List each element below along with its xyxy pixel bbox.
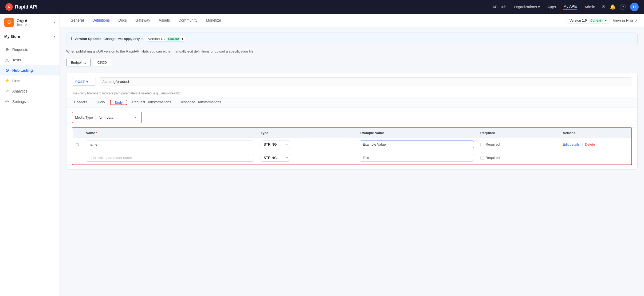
- example-value-input-1[interactable]: [360, 141, 474, 148]
- api-description: When publishing an API version to the Ra…: [66, 49, 638, 53]
- tab-assets[interactable]: Assets: [154, 14, 174, 27]
- sidebar-label-lints: Lints: [12, 79, 20, 83]
- col-header-drag: [73, 128, 83, 138]
- media-type-selector[interactable]: form-data ▾: [96, 114, 138, 121]
- type-selector-2[interactable]: STRING ▾: [261, 154, 290, 162]
- type-select-2[interactable]: STRING: [261, 154, 290, 162]
- required-checkbox-1[interactable]: [480, 143, 484, 146]
- actions-row-1: Edit details | Delete: [563, 142, 628, 147]
- table-row: STRING ▾: [73, 151, 631, 165]
- nav-admin[interactable]: Admin: [584, 5, 595, 9]
- top-nav-icons: ✉ 🔔 ? U: [602, 3, 639, 11]
- required-label-2: Required: [486, 156, 500, 160]
- required-label-1: Required: [486, 142, 500, 146]
- sidebar-label-settings: Settings: [12, 99, 26, 104]
- type-selector-1[interactable]: STRING ▾: [261, 141, 290, 148]
- path-input[interactable]: [99, 77, 632, 86]
- user-avatar[interactable]: U: [630, 3, 639, 11]
- sidebar-item-analytics[interactable]: ↗ Analytics: [0, 86, 60, 96]
- nav-api-hub[interactable]: API Hub: [493, 5, 506, 9]
- col-header-type: Type: [257, 128, 356, 138]
- delete-button-1[interactable]: Delete: [585, 142, 595, 146]
- org-dropdown-chevron: ▾: [538, 5, 540, 9]
- current-tag: Current: [589, 19, 603, 22]
- type-cell-2: STRING ▾: [257, 151, 356, 165]
- nav-my-apis[interactable]: My APIs: [563, 4, 577, 10]
- media-type-select[interactable]: form-data: [96, 114, 138, 121]
- app-logo[interactable]: R Rapid API: [5, 3, 37, 11]
- tab-monetize[interactable]: Monetize: [202, 14, 225, 27]
- tab-gateway[interactable]: Gateway: [131, 14, 154, 27]
- content-area: General Definitions Docs Gateway Assets …: [60, 14, 644, 296]
- param-name-input-1[interactable]: [86, 141, 254, 148]
- body-tab-highlight-wrapper: Body: [110, 100, 128, 105]
- path-hint: Use {curly braces} to indicate path para…: [66, 90, 637, 97]
- request-transformations-tab[interactable]: Request Transformations: [128, 97, 175, 107]
- store-selector[interactable]: My Store ▾: [0, 31, 60, 42]
- logo-text: Rapid API: [15, 4, 37, 10]
- sidebar-item-tests[interactable]: △ Tests: [0, 55, 60, 65]
- external-link-icon: ↗: [634, 18, 638, 23]
- headers-tab[interactable]: Headers: [70, 97, 91, 107]
- lints-icon: ⚡: [4, 78, 10, 83]
- required-row-2: Required: [480, 156, 556, 160]
- top-nav-links: API Hub Organizations ▾ Apps My APIs Adm…: [493, 4, 595, 10]
- response-transformations-tab[interactable]: Response Transformations: [175, 97, 225, 107]
- query-tab[interactable]: Query: [91, 97, 109, 107]
- name-cell-2: [83, 151, 257, 165]
- col-header-name: Name*: [83, 128, 257, 138]
- media-type-label: Media Type: [75, 115, 93, 119]
- store-chevron-icon: ▾: [54, 35, 55, 38]
- type-cell-1: STRING ▾: [257, 138, 356, 151]
- endpoints-tab[interactable]: Endpoints: [66, 59, 91, 66]
- sidebar-label-tests: Tests: [12, 58, 21, 62]
- required-checkbox-2[interactable]: [480, 156, 484, 160]
- settings-icon: ✏: [4, 99, 10, 104]
- body-tab[interactable]: Body: [111, 98, 127, 107]
- cicd-tab[interactable]: CI/CD: [93, 59, 111, 66]
- org-team: Team A1: [17, 23, 51, 27]
- version-selector[interactable]: Version 1.0 Current ▾: [567, 17, 610, 24]
- help-icon[interactable]: ?: [620, 4, 626, 10]
- method-value: POST: [75, 80, 85, 84]
- org-info: Org A Team A1: [17, 18, 51, 27]
- example-cell-1: [356, 138, 477, 151]
- sidebar-item-lints[interactable]: ⚡ Lints: [0, 75, 60, 86]
- method-selector[interactable]: POST ▾: [72, 78, 96, 86]
- drag-handle-1[interactable]: ⇅: [76, 142, 79, 147]
- tab-general[interactable]: General: [66, 14, 88, 27]
- required-row-1: Required: [480, 142, 556, 146]
- type-select-1[interactable]: STRING: [261, 141, 290, 148]
- tab-community[interactable]: Community: [174, 14, 202, 27]
- version-notice-dropdown[interactable]: Version 1.0 Current ▾: [146, 36, 186, 42]
- notice-current-tag: Current: [167, 37, 180, 41]
- version-specific-label: Version Specific: [74, 37, 101, 41]
- param-name-input-2[interactable]: [86, 154, 254, 162]
- nav-organizations[interactable]: Organizations ▾: [514, 5, 540, 9]
- tab-bar-right: Version 1.0 Current ▾ View in Hub ↗: [567, 17, 638, 24]
- tests-icon: △: [4, 57, 10, 62]
- col-header-example: Example Value: [356, 128, 477, 138]
- drag-cell-1: ⇅: [73, 138, 83, 151]
- sidebar-item-settings[interactable]: ✏ Settings: [0, 96, 60, 107]
- tab-docs[interactable]: Docs: [114, 14, 131, 27]
- bell-icon[interactable]: 🔔: [610, 4, 616, 10]
- org-chevron-icon: ▾: [54, 21, 55, 24]
- sidebar-item-hub-listing[interactable]: ⊙ Hub Listing: [0, 65, 60, 75]
- sidebar-item-requests[interactable]: ⊕ Requests: [0, 44, 60, 55]
- method-path-row: POST ▾: [66, 73, 637, 90]
- org-selector[interactable]: O Org A Team A1 ▾: [0, 14, 60, 31]
- notice-version-label: Version 1.0: [148, 37, 166, 41]
- tab-bar: General Definitions Docs Gateway Assets …: [60, 14, 644, 27]
- logo-icon: R: [5, 3, 13, 11]
- example-value-input-2[interactable]: [360, 154, 474, 162]
- tab-definitions[interactable]: Definitions: [88, 14, 114, 27]
- media-type-section: Media Type form-data ▾: [72, 112, 142, 123]
- edit-details-button-1[interactable]: Edit details: [563, 142, 580, 146]
- view-in-hub-button[interactable]: View in Hub ↗: [613, 18, 638, 23]
- nav-apps[interactable]: Apps: [547, 5, 556, 9]
- sidebar: O Org A Team A1 ▾ My Store ▾ ⊕ Requests …: [0, 14, 60, 296]
- analytics-icon: ↗: [4, 89, 10, 94]
- mail-icon[interactable]: ✉: [602, 4, 606, 10]
- sidebar-label-analytics: Analytics: [12, 89, 27, 93]
